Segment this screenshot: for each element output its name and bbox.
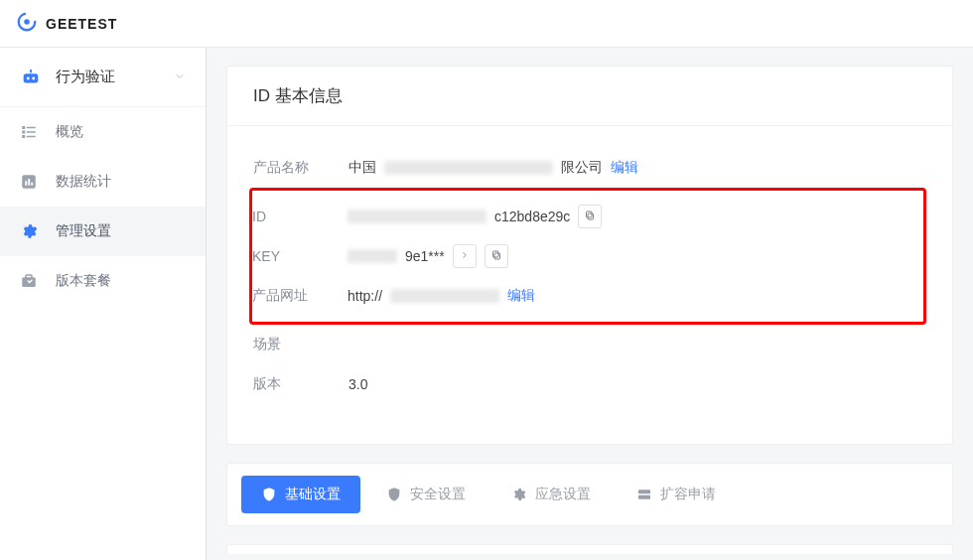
svg-rect-10 [22, 135, 25, 138]
sidebar-item-label: 管理设置 [56, 222, 111, 240]
svg-rect-13 [25, 181, 27, 186]
copy-id-button[interactable] [578, 205, 602, 228]
svg-rect-9 [27, 131, 36, 133]
svg-rect-7 [27, 127, 36, 129]
main-content: ID 基本信息 产品名称 中国 限公司 编辑 ID [207, 48, 973, 560]
list-icon [20, 123, 38, 141]
label-key: KEY [252, 248, 348, 264]
svg-rect-20 [494, 253, 500, 259]
info-card: ID 基本信息 产品名称 中国 限公司 编辑 ID [226, 66, 953, 445]
svg-rect-21 [492, 251, 498, 257]
robot-icon [20, 67, 42, 88]
brand: GEETEST [16, 11, 117, 36]
topbar: GEETEST [0, 0, 973, 48]
tab-label: 安全设置 [410, 486, 466, 503]
sidebar-item-manage[interactable]: 管理设置 [0, 207, 206, 256]
tab-scale-request[interactable]: 扩容申请 [617, 476, 736, 513]
server-icon [636, 487, 652, 502]
copy-icon [490, 249, 502, 263]
svg-rect-23 [638, 490, 650, 493]
tab-security-settings[interactable]: 安全设置 [366, 476, 486, 513]
copy-key-button[interactable] [485, 244, 508, 268]
chevron-right-icon [460, 250, 470, 262]
edit-product-name-link[interactable]: 编辑 [611, 159, 638, 177]
label-url: 产品网址 [252, 287, 348, 305]
gear-small-icon [511, 487, 527, 502]
next-card-peek [226, 544, 953, 554]
tab-label: 扩容申请 [660, 486, 716, 503]
card-title: ID 基本信息 [227, 67, 952, 126]
label-scene: 场景 [253, 336, 348, 353]
sidebar-item-label: 概览 [56, 123, 83, 141]
svg-rect-5 [30, 69, 32, 72]
row-product-name: 产品名称 中国 限公司 编辑 [253, 148, 926, 188]
row-url: 产品网址 http:// 编辑 [252, 276, 915, 316]
redacted-text [384, 161, 553, 175]
edit-url-link[interactable]: 编辑 [507, 287, 535, 305]
sidebar-item-label: 数据统计 [56, 173, 111, 191]
svg-rect-24 [638, 495, 650, 499]
highlight-box: ID c12bd8e29c KEY [249, 188, 926, 325]
svg-rect-19 [587, 211, 593, 217]
sidebar-group-label: 行为验证 [56, 68, 115, 86]
row-key: KEY 9e1*** [252, 236, 915, 276]
brand-logo-icon [16, 11, 38, 36]
label-product-name: 产品名称 [253, 159, 348, 177]
sidebar: 行为验证 概览 数据统计 管理设置 [0, 48, 207, 560]
row-id: ID c12bd8e29c [252, 197, 915, 236]
check-shield-icon [386, 487, 402, 502]
redacted-text [348, 210, 486, 223]
bar-chart-icon [20, 173, 38, 191]
svg-rect-8 [22, 131, 25, 134]
svg-rect-18 [588, 213, 594, 219]
sidebar-item-label: 版本套餐 [56, 272, 111, 290]
svg-point-3 [27, 76, 30, 79]
tabs-card: 基础设置 安全设置 应急设置 [226, 463, 953, 526]
label-version: 版本 [253, 375, 348, 393]
tab-label: 应急设置 [535, 486, 591, 503]
value-product-name-suffix: 限公司 [561, 159, 603, 177]
sidebar-item-stats[interactable]: 数据统计 [0, 157, 206, 207]
svg-point-4 [32, 76, 35, 79]
tab-emergency-settings[interactable]: 应急设置 [491, 476, 611, 513]
sidebar-item-plan[interactable]: 版本套餐 [0, 256, 206, 306]
svg-rect-2 [24, 73, 39, 82]
gear-icon [20, 222, 38, 240]
sidebar-item-overview[interactable]: 概览 [0, 107, 206, 157]
copy-icon [584, 210, 596, 223]
value-url-prefix: http:// [348, 288, 382, 304]
tabbar: 基础设置 安全设置 应急设置 [227, 464, 952, 525]
value-version: 3.0 [348, 376, 367, 392]
tab-basic-settings[interactable]: 基础设置 [241, 476, 360, 513]
tab-label: 基础设置 [285, 486, 341, 503]
svg-rect-17 [26, 275, 32, 278]
redacted-text [390, 289, 499, 303]
svg-rect-14 [28, 179, 30, 186]
label-id: ID [252, 209, 348, 224]
svg-rect-15 [31, 183, 33, 186]
brand-name: GEETEST [46, 16, 117, 32]
redacted-text [348, 249, 397, 263]
briefcase-icon [20, 272, 38, 290]
shield-icon [261, 487, 277, 502]
reveal-key-button[interactable] [453, 244, 477, 268]
svg-rect-11 [27, 136, 36, 138]
row-version: 版本 3.0 [253, 364, 926, 404]
value-key-mid: 9e1*** [405, 248, 445, 264]
row-scene: 场景 [253, 325, 926, 364]
sidebar-group-behavior-verify[interactable]: 行为验证 [0, 48, 206, 107]
value-product-name-prefix: 中国 [348, 159, 376, 177]
chevron-down-icon [174, 69, 186, 85]
svg-rect-6 [22, 126, 25, 129]
value-id-suffix: c12bd8e29c [494, 209, 570, 224]
svg-point-1 [24, 19, 30, 25]
